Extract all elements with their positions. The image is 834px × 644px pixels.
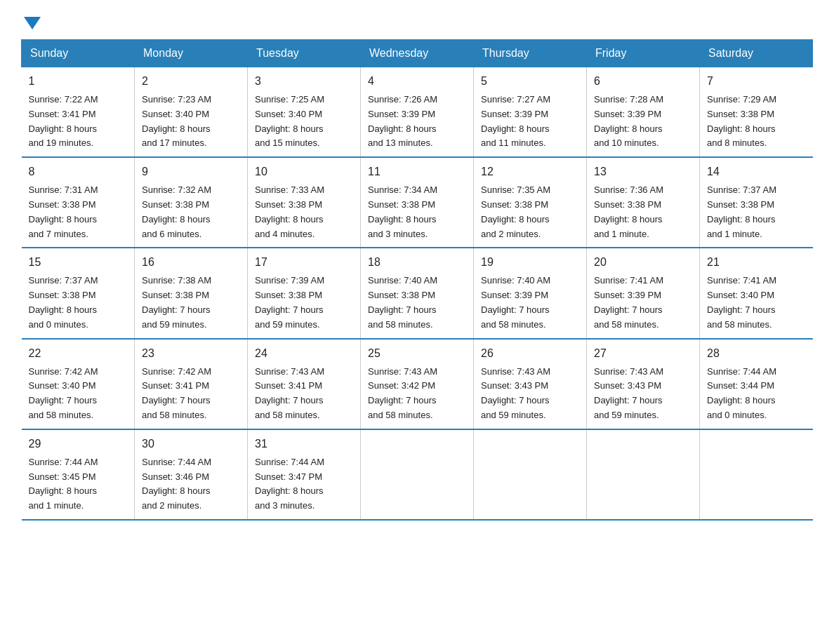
- calendar-cell: 11Sunrise: 7:34 AMSunset: 3:38 PMDayligh…: [361, 157, 474, 248]
- day-number: 4: [368, 73, 466, 90]
- day-number: 25: [368, 345, 466, 362]
- day-info: Sunrise: 7:38 AMSunset: 3:38 PMDaylight:…: [142, 275, 211, 329]
- page-header: [21, 14, 813, 27]
- day-number: 27: [594, 345, 692, 362]
- calendar-cell: [474, 429, 587, 520]
- calendar-cell: [361, 429, 474, 520]
- day-info: Sunrise: 7:44 AMSunset: 3:47 PMDaylight:…: [255, 457, 324, 511]
- calendar-week-row: 29Sunrise: 7:44 AMSunset: 3:45 PMDayligh…: [22, 429, 813, 520]
- calendar-cell: 13Sunrise: 7:36 AMSunset: 3:38 PMDayligh…: [587, 157, 700, 248]
- day-number: 11: [368, 163, 466, 180]
- day-number: 2: [142, 73, 240, 90]
- calendar-cell: 3Sunrise: 7:25 AMSunset: 3:40 PMDaylight…: [248, 67, 361, 158]
- day-header-sunday: Sunday: [22, 40, 135, 67]
- day-info: Sunrise: 7:29 AMSunset: 3:38 PMDaylight:…: [707, 94, 776, 148]
- calendar-week-row: 8Sunrise: 7:31 AMSunset: 3:38 PMDaylight…: [22, 157, 813, 248]
- calendar-cell: 22Sunrise: 7:42 AMSunset: 3:40 PMDayligh…: [22, 339, 135, 429]
- day-number: 1: [29, 73, 128, 90]
- calendar-table: SundayMondayTuesdayWednesdayThursdayFrid…: [21, 39, 813, 521]
- day-number: 6: [594, 73, 692, 90]
- logo: [21, 14, 41, 27]
- day-number: 23: [142, 345, 240, 362]
- calendar-cell: 23Sunrise: 7:42 AMSunset: 3:41 PMDayligh…: [135, 339, 248, 429]
- day-info: Sunrise: 7:25 AMSunset: 3:40 PMDaylight:…: [255, 94, 324, 148]
- calendar-cell: 30Sunrise: 7:44 AMSunset: 3:46 PMDayligh…: [135, 429, 248, 520]
- calendar-header-row: SundayMondayTuesdayWednesdayThursdayFrid…: [22, 40, 813, 67]
- calendar-cell: 16Sunrise: 7:38 AMSunset: 3:38 PMDayligh…: [135, 248, 248, 338]
- logo-text: [21, 14, 41, 29]
- day-number: 22: [29, 345, 128, 362]
- day-number: 18: [368, 254, 466, 271]
- day-info: Sunrise: 7:43 AMSunset: 3:41 PMDaylight:…: [255, 366, 324, 420]
- day-header-tuesday: Tuesday: [248, 40, 361, 67]
- day-number: 13: [594, 163, 692, 180]
- calendar-cell: 21Sunrise: 7:41 AMSunset: 3:40 PMDayligh…: [700, 248, 813, 338]
- calendar-cell: 2Sunrise: 7:23 AMSunset: 3:40 PMDaylight…: [135, 67, 248, 158]
- day-info: Sunrise: 7:40 AMSunset: 3:38 PMDaylight:…: [368, 275, 437, 329]
- day-number: 21: [707, 254, 806, 271]
- day-info: Sunrise: 7:28 AMSunset: 3:39 PMDaylight:…: [594, 94, 663, 148]
- day-number: 29: [29, 436, 128, 452]
- day-info: Sunrise: 7:23 AMSunset: 3:40 PMDaylight:…: [142, 94, 211, 148]
- day-info: Sunrise: 7:34 AMSunset: 3:38 PMDaylight:…: [368, 185, 437, 239]
- day-info: Sunrise: 7:43 AMSunset: 3:42 PMDaylight:…: [368, 366, 437, 420]
- day-number: 10: [255, 163, 353, 180]
- calendar-cell: 19Sunrise: 7:40 AMSunset: 3:39 PMDayligh…: [474, 248, 587, 338]
- day-number: 12: [481, 163, 579, 180]
- day-number: 7: [707, 73, 806, 90]
- calendar-cell: 26Sunrise: 7:43 AMSunset: 3:43 PMDayligh…: [474, 339, 587, 429]
- calendar-cell: [587, 429, 700, 520]
- day-number: 19: [481, 254, 579, 271]
- day-info: Sunrise: 7:27 AMSunset: 3:39 PMDaylight:…: [481, 94, 550, 148]
- day-info: Sunrise: 7:22 AMSunset: 3:41 PMDaylight:…: [29, 94, 98, 148]
- day-number: 14: [707, 163, 806, 180]
- logo-icon: [24, 17, 41, 29]
- day-info: Sunrise: 7:31 AMSunset: 3:38 PMDaylight:…: [29, 185, 98, 239]
- day-number: 31: [255, 436, 353, 452]
- calendar-cell: 31Sunrise: 7:44 AMSunset: 3:47 PMDayligh…: [248, 429, 361, 520]
- day-info: Sunrise: 7:44 AMSunset: 3:44 PMDaylight:…: [707, 366, 776, 420]
- calendar-week-row: 22Sunrise: 7:42 AMSunset: 3:40 PMDayligh…: [22, 339, 813, 429]
- calendar-cell: 29Sunrise: 7:44 AMSunset: 3:45 PMDayligh…: [22, 429, 135, 520]
- day-header-monday: Monday: [135, 40, 248, 67]
- day-number: 17: [255, 254, 353, 271]
- calendar-cell: 1Sunrise: 7:22 AMSunset: 3:41 PMDaylight…: [22, 67, 135, 158]
- calendar-cell: 4Sunrise: 7:26 AMSunset: 3:39 PMDaylight…: [361, 67, 474, 158]
- calendar-cell: 15Sunrise: 7:37 AMSunset: 3:38 PMDayligh…: [22, 248, 135, 338]
- day-number: 24: [255, 345, 353, 362]
- day-number: 20: [594, 254, 692, 271]
- calendar-cell: 17Sunrise: 7:39 AMSunset: 3:38 PMDayligh…: [248, 248, 361, 338]
- day-info: Sunrise: 7:43 AMSunset: 3:43 PMDaylight:…: [481, 366, 550, 420]
- calendar-week-row: 15Sunrise: 7:37 AMSunset: 3:38 PMDayligh…: [22, 248, 813, 338]
- calendar-cell: 25Sunrise: 7:43 AMSunset: 3:42 PMDayligh…: [361, 339, 474, 429]
- day-number: 8: [29, 163, 128, 180]
- day-info: Sunrise: 7:39 AMSunset: 3:38 PMDaylight:…: [255, 275, 324, 329]
- day-info: Sunrise: 7:37 AMSunset: 3:38 PMDaylight:…: [29, 275, 98, 329]
- day-info: Sunrise: 7:33 AMSunset: 3:38 PMDaylight:…: [255, 185, 324, 239]
- day-number: 9: [142, 163, 240, 180]
- day-info: Sunrise: 7:36 AMSunset: 3:38 PMDaylight:…: [594, 185, 663, 239]
- calendar-cell: 7Sunrise: 7:29 AMSunset: 3:38 PMDaylight…: [700, 67, 813, 158]
- day-info: Sunrise: 7:43 AMSunset: 3:43 PMDaylight:…: [594, 366, 663, 420]
- calendar-cell: 14Sunrise: 7:37 AMSunset: 3:38 PMDayligh…: [700, 157, 813, 248]
- day-header-saturday: Saturday: [700, 40, 813, 67]
- calendar-cell: 9Sunrise: 7:32 AMSunset: 3:38 PMDaylight…: [135, 157, 248, 248]
- day-info: Sunrise: 7:42 AMSunset: 3:41 PMDaylight:…: [142, 366, 211, 420]
- day-info: Sunrise: 7:35 AMSunset: 3:38 PMDaylight:…: [481, 185, 550, 239]
- day-number: 15: [29, 254, 128, 271]
- calendar-cell: 6Sunrise: 7:28 AMSunset: 3:39 PMDaylight…: [587, 67, 700, 158]
- day-info: Sunrise: 7:41 AMSunset: 3:40 PMDaylight:…: [707, 275, 776, 329]
- day-number: 16: [142, 254, 240, 271]
- calendar-cell: 10Sunrise: 7:33 AMSunset: 3:38 PMDayligh…: [248, 157, 361, 248]
- calendar-cell: 27Sunrise: 7:43 AMSunset: 3:43 PMDayligh…: [587, 339, 700, 429]
- day-info: Sunrise: 7:44 AMSunset: 3:46 PMDaylight:…: [142, 457, 211, 511]
- day-info: Sunrise: 7:32 AMSunset: 3:38 PMDaylight:…: [142, 185, 211, 239]
- day-number: 26: [481, 345, 579, 362]
- day-header-wednesday: Wednesday: [361, 40, 474, 67]
- day-info: Sunrise: 7:37 AMSunset: 3:38 PMDaylight:…: [707, 185, 776, 239]
- calendar-cell: 5Sunrise: 7:27 AMSunset: 3:39 PMDaylight…: [474, 67, 587, 158]
- calendar-cell: 18Sunrise: 7:40 AMSunset: 3:38 PMDayligh…: [361, 248, 474, 338]
- day-number: 5: [481, 73, 579, 90]
- day-number: 3: [255, 73, 353, 90]
- day-number: 30: [142, 436, 240, 452]
